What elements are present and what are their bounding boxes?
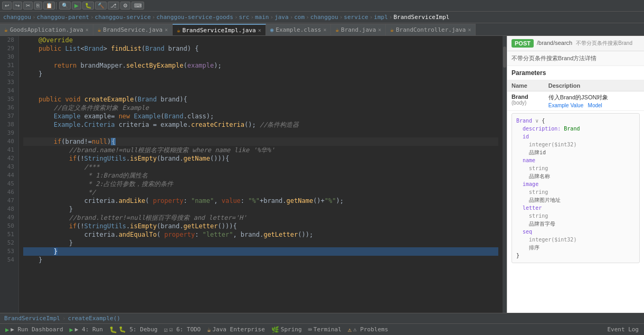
breadcrumb-changgou[interactable]: changgou: [3, 14, 31, 21]
toolbar: ↩ ↪ ✂ ⎘ 📋 🔍 ▶ 🐛 🔨 ⎇ ⚙ ⌨: [0, 0, 644, 12]
breadcrumb-service[interactable]: changgou-service: [95, 14, 151, 21]
tab-brandcontroller-close[interactable]: ×: [468, 27, 471, 33]
tab-bar: ☕ GoodsApplication.java × ☕ BrandService…: [0, 23, 644, 36]
breadcrumb-classname[interactable]: BrandServiceImpl: [393, 14, 449, 21]
swagger-col-name: Name: [507, 80, 544, 91]
todo-btn[interactable]: ☑ ☑ 6: TODO: [162, 325, 203, 334]
http-method-badge: POST: [512, 39, 534, 48]
settings-button[interactable]: ⚙: [120, 2, 130, 10]
code-line-38: Example.Criteria criteria = example.crea…: [23, 120, 498, 129]
code-line-45: * 2:占位符参数，搜索的条件: [23, 180, 498, 188]
code-line-54: }: [23, 256, 498, 264]
tab-brandserviceimpl-label: BrandServiceImpl.java: [183, 27, 256, 34]
breadcrumb-service2[interactable]: service: [344, 14, 368, 21]
debug-label: 🐛 5: Debug: [119, 326, 158, 333]
cut-button[interactable]: ✂: [23, 2, 33, 10]
terminal-label: Terminal: [314, 326, 342, 333]
bottom-crumb-class[interactable]: BrandServiceImpl: [4, 315, 60, 322]
spring-btn[interactable]: 🌿 Spring: [269, 325, 304, 334]
scrollbar-thumb[interactable]: [503, 46, 506, 68]
run-toolbar: ▶ ▶ Run Dashboard ▶ ▶ 4: Run 🐛 🐛 5: Debu…: [0, 323, 644, 335]
spring-icon: 🌿: [271, 326, 279, 333]
tab-example[interactable]: ◉ Example.class ×: [266, 24, 332, 35]
tab-goodsapplication[interactable]: ☕ GoodsApplication.java ×: [0, 24, 93, 35]
tab-example-icon: ◉: [270, 26, 274, 33]
code-line-29: public List<Brand> findList(Brand brand)…: [23, 44, 498, 53]
tab-brandserviceimpl[interactable]: ☕ BrandServiceImpl.java ×: [173, 24, 266, 35]
find-button[interactable]: 🔍: [59, 2, 71, 10]
breadcrumb-com[interactable]: com: [294, 14, 305, 21]
code-line-39: [23, 129, 498, 137]
bottom-breadcrumb: BrandServiceImpl › createExample(): [0, 313, 644, 323]
code-line-40: if(brand!=null){: [23, 137, 498, 146]
tab-brand-close[interactable]: ×: [378, 27, 381, 33]
copy-button[interactable]: ⎘: [34, 2, 42, 10]
breadcrumb-impl[interactable]: impl: [374, 14, 388, 21]
debug-icon: 🐛: [109, 326, 117, 333]
tab-brandcontroller[interactable]: ☕ BrandController.java ×: [386, 24, 476, 35]
code-line-32: }: [23, 70, 498, 78]
eventlog-btn[interactable]: Event Log: [605, 325, 641, 333]
tab-brand[interactable]: ☕ Brand.java ×: [331, 24, 386, 35]
swagger-param-row: Brand (body) 传入Brand的JSON对象 Example Valu…: [507, 91, 644, 111]
git-button[interactable]: ⎇: [108, 2, 119, 10]
swagger-params-table: Name Description Brand (body) 传入Brand的JS…: [507, 80, 644, 111]
problems-btn[interactable]: ⚠ ⚠ Problems: [346, 325, 390, 334]
tab-brand-icon: ☕: [335, 26, 339, 33]
redo-button[interactable]: ↪: [13, 2, 22, 10]
swagger-json-name: name string 品牌名称: [516, 156, 635, 180]
swagger-model-link[interactable]: Model: [588, 103, 602, 108]
editor: 28 29 30 31 32 33 34 35 36 37 38 39 40 4…: [0, 36, 507, 313]
run-dashboard-icon: ▶: [5, 326, 9, 333]
swagger-panel: POST /brand/search 不带分页条件搜索Brand 不带分页条件搜…: [507, 36, 644, 313]
paste-button[interactable]: 📋: [43, 2, 55, 10]
breadcrumb-main[interactable]: main: [255, 14, 269, 21]
editor-content[interactable]: 28 29 30 31 32 33 34 35 36 37 38 39 40 4…: [0, 36, 507, 313]
code-line-50: if(!StringUtils.isEmpty(brand.getLetter(…: [23, 222, 498, 230]
code-line-46: */: [23, 188, 498, 197]
javaee-btn[interactable]: ☕ Java Enterprise: [205, 325, 267, 334]
terminal-btn[interactable]: ⌨ Terminal: [306, 325, 344, 334]
bottom-crumb-method[interactable]: createExample(): [68, 315, 120, 322]
javaee-icon: ☕: [207, 326, 211, 333]
code-line-30: [23, 53, 498, 61]
swagger-json-title: Brand ∨ {: [516, 117, 635, 125]
editor-scrollbar[interactable]: [503, 36, 507, 313]
tab-goodsapplication-close[interactable]: ×: [86, 27, 89, 33]
code-area[interactable]: @Override public List<Brand> findList(Br…: [19, 36, 503, 313]
code-line-47: criteria.andLike( property: "name", valu…: [23, 197, 498, 205]
swagger-path: /brand/search: [537, 40, 572, 46]
debug-button[interactable]: 🐛: [82, 2, 94, 10]
build-button[interactable]: 🔨: [95, 2, 107, 10]
breadcrumb-changgou2[interactable]: changgou: [310, 14, 338, 21]
breadcrumb-parent[interactable]: changgou-parent: [37, 14, 89, 21]
run-btn[interactable]: ▶ ▶ 4: Run: [68, 325, 105, 334]
breadcrumb-goods[interactable]: changgou-service-goods: [156, 14, 233, 21]
breadcrumb-src[interactable]: src: [239, 14, 250, 21]
tab-brandservice[interactable]: ☕ BrandService.java ×: [93, 24, 173, 35]
tab-example-label: Example.class: [276, 26, 321, 33]
run-dashboard-btn[interactable]: ▶ ▶ Run Dashboard: [3, 325, 65, 334]
swagger-json-seq: seq integer($int32) 排序: [516, 228, 635, 252]
run-button[interactable]: ▶: [72, 2, 81, 10]
tab-brandservice-icon: ☕: [98, 26, 101, 33]
tab-brandcontroller-icon: ☕: [390, 26, 394, 33]
terminal-button[interactable]: ⌨: [131, 2, 144, 10]
swagger-example-model: Example Value Model: [548, 103, 640, 108]
swagger-col-description: Description: [544, 80, 644, 91]
swagger-param-desc: 传入Brand的JSON对象: [548, 94, 640, 101]
terminal-icon: ⌨: [308, 326, 312, 333]
tab-example-close[interactable]: ×: [323, 27, 326, 33]
undo-button[interactable]: ↩: [2, 2, 12, 10]
code-line-49: //brand.letter!=null根据百字母搜索 and letter='…: [23, 213, 498, 222]
tab-brandservice-close[interactable]: ×: [165, 27, 168, 33]
code-line-53: }: [23, 247, 498, 256]
swagger-json-block: Brand ∨ { description: Brand id integer(…: [512, 113, 640, 263]
code-line-51: criteria.andEqualTo( property: "letter",…: [23, 230, 498, 239]
swagger-example-value-link[interactable]: Example Value: [548, 103, 584, 108]
tab-brandservice-label: BrandService.java: [103, 26, 163, 33]
swagger-header: POST /brand/search 不带分页条件搜索Brand: [507, 36, 644, 51]
debug-btn[interactable]: 🐛 🐛 5: Debug: [107, 325, 160, 334]
breadcrumb-java[interactable]: java: [274, 14, 289, 21]
tab-brandserviceimpl-close[interactable]: ×: [258, 27, 261, 33]
